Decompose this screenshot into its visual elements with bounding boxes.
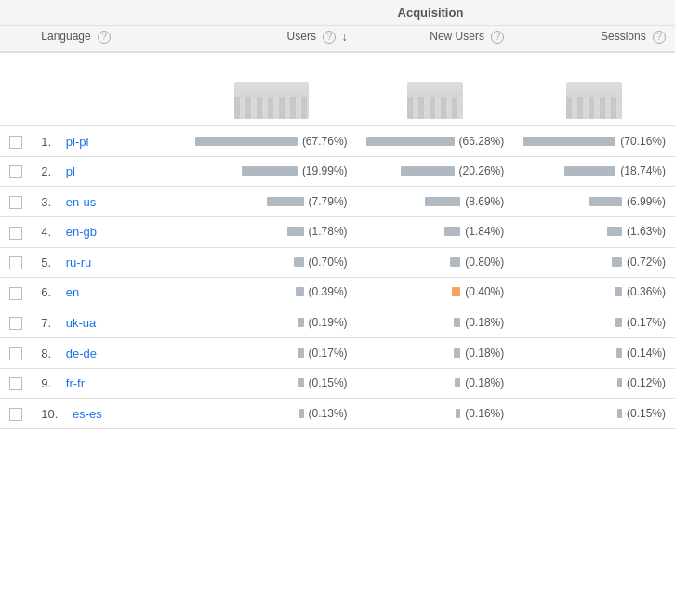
sessions-info-icon[interactable]: ? — [653, 31, 666, 44]
row-checkbox[interactable] — [9, 136, 22, 149]
chart-language-cell — [32, 52, 186, 126]
new-users-pct: (0.18%) — [465, 316, 504, 329]
new-users-pct: (0.16%) — [465, 407, 504, 420]
sessions-pct: (70.16%) — [620, 135, 666, 148]
new-users-bar — [455, 378, 460, 387]
header-row-acquisition: Acquisition — [0, 0, 675, 26]
row-sessions-cell: (0.12%) — [513, 368, 675, 399]
row-number: 6. — [41, 285, 51, 299]
chart-check-cell — [0, 52, 32, 126]
new-users-bar — [454, 348, 460, 358]
language-link[interactable]: fr-fr — [66, 376, 85, 390]
chart-newusers-cell — [357, 52, 514, 126]
row-checkbox[interactable] — [9, 287, 22, 300]
sessions-pct: (0.17%) — [627, 316, 666, 329]
new-users-bar-container: (1.84%) — [444, 225, 504, 238]
new-users-bar — [454, 318, 460, 327]
sessions-pct: (1.63%) — [627, 225, 666, 238]
language-link[interactable]: es-es — [73, 407, 102, 421]
header-new-users[interactable]: New Users ? — [357, 26, 514, 52]
row-sessions-cell: (70.16%) — [513, 126, 675, 157]
header-checkbox-col — [0, 26, 32, 52]
row-new-users-cell: (0.40%) — [357, 278, 514, 308]
header-check — [0, 0, 32, 26]
new-users-bar-container: (0.40%) — [452, 285, 504, 298]
table-row: 7. uk-ua (0.19%) (0.18%) (0.17%) — [0, 308, 675, 338]
new-users-bar-container: (0.18%) — [454, 316, 504, 329]
row-number: 4. — [41, 225, 51, 239]
row-language-cell: 4. en-gb — [32, 217, 186, 248]
sessions-label: Sessions — [601, 30, 646, 43]
chart-sessions-cell — [513, 52, 675, 126]
new-users-label: New Users — [430, 30, 484, 43]
header-users[interactable]: Users ? ↓ — [186, 26, 357, 52]
sessions-bar — [615, 287, 622, 296]
new-users-pct: (1.84%) — [465, 225, 504, 238]
row-language-cell: 1. pl-pl — [32, 126, 186, 157]
row-number: 1. — [41, 135, 51, 149]
language-link[interactable]: de-de — [66, 347, 97, 360]
users-pct: (0.39%) — [309, 285, 348, 298]
users-pct: (0.15%) — [309, 376, 348, 389]
users-bar — [287, 227, 304, 236]
sessions-bar — [607, 227, 622, 236]
language-link[interactable]: pl — [66, 164, 75, 178]
language-link[interactable]: en-gb — [66, 225, 97, 239]
row-checkbox[interactable] — [9, 196, 22, 209]
table-row: 1. pl-pl (67.76%) (66.28%) (70.16%) — [0, 126, 675, 157]
header-sessions[interactable]: Sessions ? — [513, 26, 675, 52]
row-checkbox-cell — [0, 278, 32, 308]
row-new-users-cell: (0.18%) — [357, 368, 514, 399]
row-checkbox[interactable] — [9, 347, 22, 360]
language-info-icon[interactable]: ? — [98, 31, 111, 44]
new-users-bar-container: (0.18%) — [455, 376, 504, 389]
row-users-cell: (0.39%) — [186, 278, 357, 308]
sessions-bar — [617, 409, 622, 418]
sort-down-icon[interactable]: ↓ — [342, 31, 348, 44]
table-row: 4. en-gb (1.78%) (1.84%) (1.63%) — [0, 217, 675, 248]
sessions-bar-container: (0.17%) — [615, 316, 666, 329]
new-users-pct: (0.18%) — [465, 347, 504, 360]
row-users-cell: (0.70%) — [186, 247, 357, 278]
users-info-icon[interactable]: ? — [323, 31, 336, 44]
users-bar — [267, 197, 304, 206]
row-checkbox[interactable] — [9, 256, 22, 269]
row-checkbox[interactable] — [9, 165, 22, 178]
row-checkbox-cell — [0, 187, 32, 217]
new-users-bar — [366, 137, 455, 146]
users-bar — [294, 257, 304, 267]
row-number: 10. — [41, 407, 58, 421]
row-checkbox[interactable] — [9, 227, 22, 240]
new-users-bar — [425, 197, 460, 206]
row-checkbox[interactable] — [9, 377, 22, 390]
header-row-columns: Language ? Users ? ↓ New Users ? Session… — [0, 26, 675, 52]
row-users-cell: (0.17%) — [186, 338, 357, 369]
new-users-info-icon[interactable]: ? — [491, 31, 504, 44]
users-bar-container: (0.19%) — [298, 316, 348, 329]
language-link[interactable]: en-us — [66, 195, 97, 209]
row-checkbox-cell — [0, 308, 32, 338]
new-users-chart — [407, 82, 463, 119]
new-users-bar-container: (8.69%) — [425, 195, 504, 208]
users-pct: (0.70%) — [309, 256, 348, 269]
row-checkbox[interactable] — [9, 317, 22, 330]
sessions-bar-container: (70.16%) — [523, 135, 666, 148]
language-link[interactable]: uk-ua — [66, 316, 97, 330]
users-bar-container: (7.79%) — [267, 195, 348, 208]
users-bar — [296, 287, 304, 296]
users-bar — [242, 166, 298, 176]
sessions-pct: (0.14%) — [627, 347, 666, 360]
row-checkbox-cell — [0, 217, 32, 248]
sessions-pct: (0.12%) — [627, 376, 666, 389]
language-link[interactable]: ru-ru — [66, 256, 91, 269]
row-sessions-cell: (0.36%) — [513, 278, 675, 308]
users-pct: (19.99%) — [302, 164, 348, 177]
sessions-bar — [617, 378, 622, 387]
row-language-cell: 7. uk-ua — [32, 308, 186, 338]
row-checkbox[interactable] — [9, 408, 22, 421]
users-bar-container: (0.70%) — [294, 256, 348, 269]
language-link[interactable]: pl-pl — [66, 135, 89, 149]
users-bar-container: (0.15%) — [298, 376, 348, 389]
table-row: 9. fr-fr (0.15%) (0.18%) (0.12%) — [0, 368, 675, 399]
language-link[interactable]: en — [66, 285, 79, 299]
